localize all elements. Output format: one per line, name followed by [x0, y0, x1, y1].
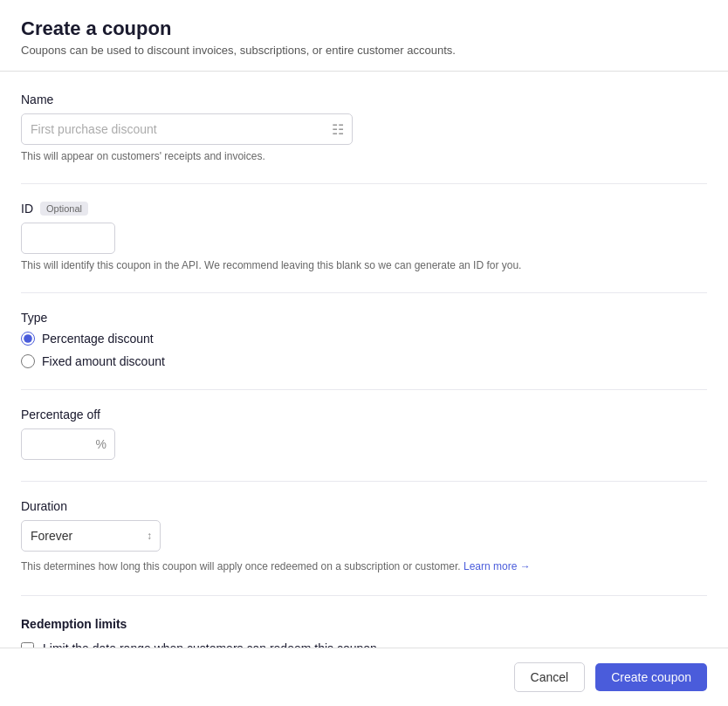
form-footer: Cancel Create coupon	[0, 648, 728, 706]
radio-fixed-label: Fixed amount discount	[42, 354, 165, 368]
percentage-off-section: Percentage off %	[21, 408, 707, 460]
id-input[interactable]	[21, 223, 115, 254]
duration-select[interactable]: Forever Once Repeating	[21, 520, 161, 552]
page-subtitle: Coupons can be used to discount invoices…	[21, 44, 707, 57]
duration-select-wrapper: Forever Once Repeating ↕	[21, 520, 161, 552]
name-input[interactable]	[21, 113, 353, 145]
type-section: Type Percentage discount Fixed amount di…	[21, 311, 707, 368]
page-header: Create a coupon Coupons can be used to d…	[0, 0, 728, 72]
duration-label: Duration	[21, 499, 707, 513]
form-container: Name ☷ This will appear on customers' re…	[0, 72, 728, 706]
radio-percentage-input[interactable]	[21, 332, 35, 346]
optional-badge: Optional	[40, 202, 88, 216]
radio-fixed[interactable]: Fixed amount discount	[21, 354, 707, 368]
percentage-input[interactable]	[21, 428, 115, 460]
id-helper-text: This will identify this coupon in the AP…	[21, 259, 707, 271]
id-label: ID	[21, 202, 33, 216]
name-section: Name ☷ This will appear on customers' re…	[21, 93, 707, 162]
type-radio-group: Percentage discount Fixed amount discoun…	[21, 332, 707, 368]
page-title: Create a coupon	[21, 17, 707, 40]
redemption-title: Redemption limits	[21, 617, 707, 631]
create-coupon-button[interactable]: Create coupon	[595, 663, 707, 691]
name-label: Name	[21, 93, 707, 106]
duration-section: Duration Forever Once Repeating ↕ This d…	[21, 499, 707, 574]
percentage-input-wrapper: %	[21, 428, 115, 460]
duration-helper-text: This determines how long this coupon wil…	[21, 559, 707, 574]
id-section: ID Optional This will identify this coup…	[21, 202, 707, 271]
radio-percentage-label: Percentage discount	[42, 332, 154, 346]
cancel-button[interactable]: Cancel	[514, 662, 586, 692]
type-label: Type	[21, 311, 707, 325]
name-helper-text: This will appear on customers' receipts …	[21, 150, 707, 162]
id-label-row: ID Optional	[21, 202, 707, 216]
radio-fixed-input[interactable]	[21, 354, 35, 368]
learn-more-link[interactable]: Learn more →	[464, 560, 531, 572]
radio-percentage[interactable]: Percentage discount	[21, 332, 707, 346]
name-input-wrapper: ☷	[21, 113, 353, 145]
percentage-off-label: Percentage off	[21, 408, 707, 422]
